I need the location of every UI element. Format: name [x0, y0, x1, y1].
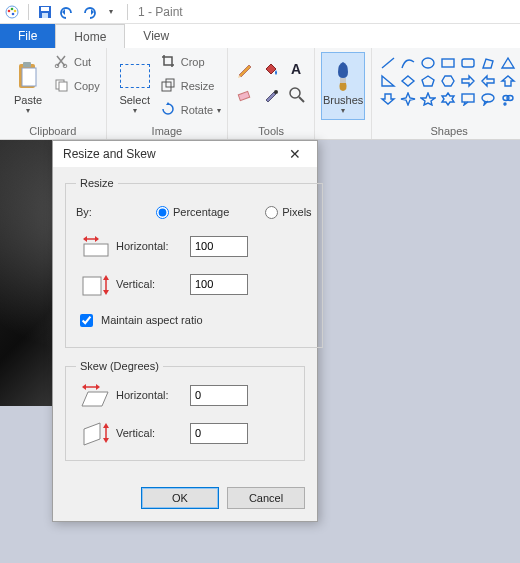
svg-point-43 — [507, 96, 513, 101]
fill-tool[interactable] — [260, 58, 282, 80]
svg-marker-37 — [401, 93, 415, 105]
radio-pixels-input[interactable] — [265, 206, 278, 219]
cancel-button[interactable]: Cancel — [227, 487, 305, 509]
shape-star4[interactable] — [400, 92, 416, 106]
svg-marker-36 — [382, 94, 394, 104]
pencil-tool[interactable] — [234, 58, 256, 80]
skew-horizontal-input[interactable] — [190, 385, 248, 406]
resize-skew-dialog: Resize and Skew ✕ Resize By: Percentage … — [52, 140, 318, 522]
shape-pentagon[interactable] — [420, 74, 436, 88]
shape-polygon[interactable] — [480, 56, 496, 70]
resize-icon — [161, 78, 177, 94]
save-icon[interactable] — [37, 4, 53, 20]
skew-vertical-icon — [76, 419, 116, 447]
svg-point-41 — [482, 94, 494, 102]
group-label-tools: Tools — [234, 123, 308, 137]
shapes-gallery[interactable] — [378, 52, 520, 112]
shape-hexagon[interactable] — [440, 74, 456, 88]
svg-marker-31 — [422, 76, 434, 86]
shape-line[interactable] — [380, 56, 396, 70]
chevron-down-icon: ▾ — [341, 106, 345, 115]
shape-rect[interactable] — [440, 56, 456, 70]
shape-roundrect[interactable] — [460, 56, 476, 70]
dialog-titlebar[interactable]: Resize and Skew ✕ — [53, 141, 317, 167]
qat-customize-icon[interactable]: ▾ — [103, 4, 119, 20]
shape-triangle[interactable] — [500, 56, 516, 70]
ok-button[interactable]: OK — [141, 487, 219, 509]
radio-percentage-input[interactable] — [156, 206, 169, 219]
shape-curve[interactable] — [400, 56, 416, 70]
brushes-button[interactable]: Brushes ▾ — [321, 52, 365, 120]
eraser-tool[interactable] — [234, 84, 256, 106]
paste-icon — [12, 60, 44, 92]
rotate-button[interactable]: Rotate ▾ — [161, 100, 221, 120]
dialog-title: Resize and Skew — [63, 147, 156, 161]
crop-button[interactable]: Crop — [161, 52, 221, 72]
svg-point-20 — [290, 88, 300, 98]
shape-arrow-left[interactable] — [480, 74, 496, 88]
copy-button[interactable]: Copy — [54, 76, 100, 96]
close-icon[interactable]: ✕ — [281, 146, 309, 162]
resize-button[interactable]: Resize — [161, 76, 221, 96]
svg-marker-39 — [442, 93, 454, 105]
radio-percentage[interactable]: Percentage — [156, 206, 229, 219]
svg-text:A: A — [291, 61, 301, 77]
shape-star6[interactable] — [440, 92, 456, 106]
select-button[interactable]: Select ▾ — [113, 52, 157, 120]
aspect-ratio-input[interactable] — [80, 314, 93, 327]
text-tool[interactable]: A — [286, 58, 308, 80]
chevron-down-icon: ▾ — [133, 106, 137, 115]
cut-label: Cut — [74, 56, 91, 68]
svg-rect-18 — [238, 91, 249, 100]
resize-horizontal-input[interactable] — [190, 236, 248, 257]
brush-icon — [327, 60, 359, 92]
color-picker-tool[interactable] — [260, 84, 282, 106]
shape-oval[interactable] — [420, 56, 436, 70]
skew-vertical-input[interactable] — [190, 423, 248, 444]
shape-callout-oval[interactable] — [480, 92, 496, 106]
svg-rect-6 — [41, 7, 49, 11]
shape-arrow-right[interactable] — [460, 74, 476, 88]
shape-callout-rect[interactable] — [460, 92, 476, 106]
svg-marker-34 — [482, 76, 494, 86]
svg-marker-46 — [83, 236, 87, 242]
radio-pixels[interactable]: Pixels — [265, 206, 311, 219]
svg-marker-35 — [502, 76, 514, 86]
aspect-ratio-checkbox[interactable]: Maintain aspect ratio — [76, 311, 203, 330]
skew-legend: Skew (Degrees) — [76, 360, 163, 372]
skew-horizontal-label: Horizontal: — [116, 389, 190, 401]
svg-marker-60 — [103, 438, 109, 443]
paste-button[interactable]: Paste ▾ — [6, 52, 50, 120]
group-tools: A Tools — [228, 48, 315, 139]
tab-file[interactable]: File — [0, 24, 55, 48]
window-title: 1 - Paint — [138, 5, 183, 19]
shape-diamond[interactable] — [400, 74, 416, 88]
group-label-shapes: Shapes — [378, 123, 520, 137]
undo-icon[interactable] — [59, 4, 75, 20]
group-image: Select ▾ Crop Resize Rotate ▾ Image — [107, 48, 228, 139]
paste-label: Paste — [14, 94, 42, 106]
tab-home[interactable]: Home — [55, 24, 125, 48]
crop-icon — [161, 54, 177, 70]
radio-percentage-label: Percentage — [173, 206, 229, 218]
select-icon — [119, 60, 151, 92]
svg-rect-22 — [340, 78, 346, 83]
svg-marker-29 — [382, 76, 394, 86]
skew-vertical-label: Vertical: — [116, 427, 190, 439]
cut-button[interactable]: Cut — [54, 52, 100, 72]
magnifier-tool[interactable] — [286, 84, 308, 106]
shape-right-triangle[interactable] — [380, 74, 396, 88]
shape-callout-cloud[interactable] — [500, 92, 516, 106]
quick-access-toolbar: ▾ — [4, 4, 130, 20]
resize-vertical-input[interactable] — [190, 274, 248, 295]
svg-rect-10 — [23, 62, 31, 67]
rotate-icon — [161, 102, 177, 118]
shape-star5[interactable] — [420, 92, 436, 106]
shape-arrow-up[interactable] — [500, 74, 516, 88]
shape-arrow-down[interactable] — [380, 92, 396, 106]
group-label-brushes — [321, 123, 365, 137]
svg-marker-28 — [502, 58, 514, 68]
tab-view[interactable]: View — [125, 24, 187, 48]
redo-icon[interactable] — [81, 4, 97, 20]
aspect-ratio-label: Maintain aspect ratio — [101, 314, 203, 326]
